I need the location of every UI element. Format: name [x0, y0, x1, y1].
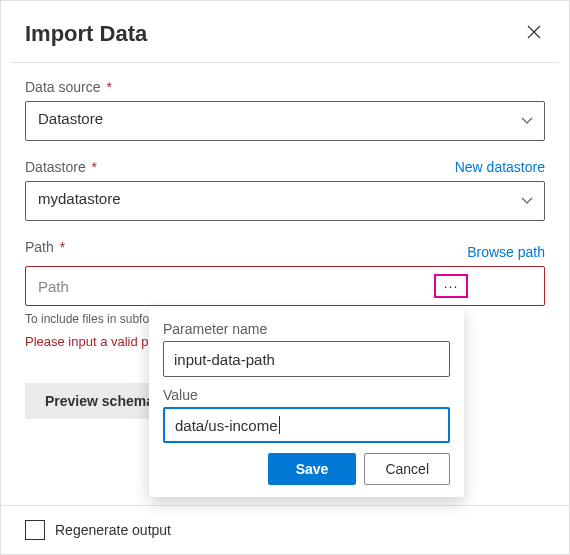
- browse-path-link[interactable]: Browse path: [467, 244, 545, 260]
- dialog-title: Import Data: [25, 21, 147, 47]
- parameter-popup: Parameter name Value data/us-income Save…: [149, 307, 464, 497]
- data-source-value: Datastore: [25, 101, 545, 141]
- regenerate-checkbox[interactable]: [25, 520, 45, 540]
- datastore-label: Datastore *: [25, 159, 97, 175]
- save-button[interactable]: Save: [268, 453, 357, 485]
- new-datastore-link[interactable]: New datastore: [455, 159, 545, 175]
- close-icon: [527, 25, 541, 39]
- param-name-label: Parameter name: [163, 321, 450, 337]
- value-label: Value: [163, 387, 450, 403]
- path-label: Path *: [25, 239, 65, 255]
- close-button[interactable]: [523, 19, 545, 48]
- datastore-value: mydatastore: [25, 181, 545, 221]
- text-cursor: [279, 416, 280, 434]
- more-options-button[interactable]: ···: [434, 274, 468, 298]
- value-input[interactable]: data/us-income: [163, 407, 450, 443]
- datastore-select[interactable]: mydatastore: [25, 181, 545, 221]
- data-source-label: Data source *: [25, 79, 112, 95]
- data-source-select[interactable]: Datastore: [25, 101, 545, 141]
- cancel-button[interactable]: Cancel: [364, 453, 450, 485]
- regenerate-label: Regenerate output: [55, 522, 171, 538]
- param-name-input[interactable]: [163, 341, 450, 377]
